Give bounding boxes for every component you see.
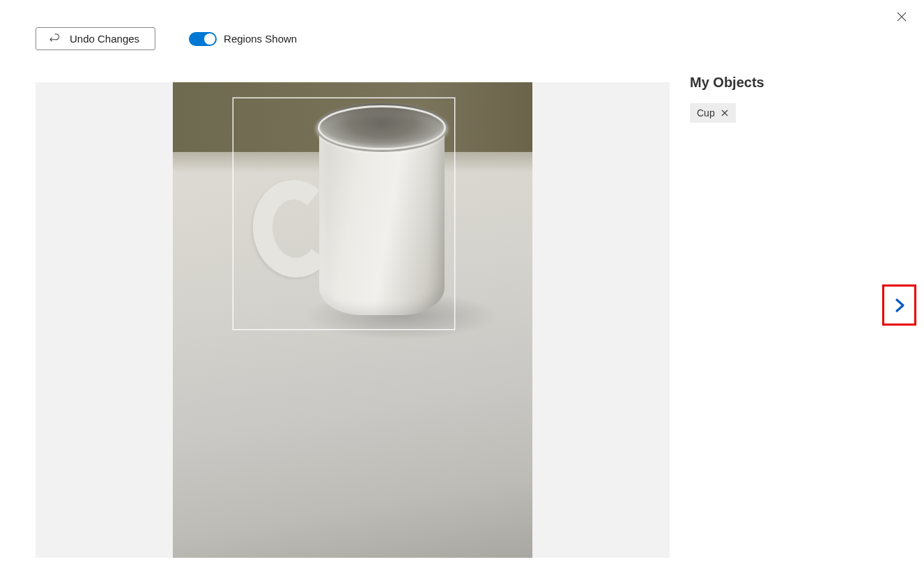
regions-toggle-label: Regions Shown	[224, 33, 297, 45]
sidebar-title: My Objects	[690, 75, 864, 91]
close-icon	[895, 10, 908, 23]
image-canvas[interactable]	[36, 82, 670, 558]
object-tag-cup[interactable]: Cup	[690, 103, 736, 123]
objects-sidebar: My Objects Cup	[690, 75, 864, 123]
undo-changes-button[interactable]: Undo Changes	[36, 27, 155, 50]
next-image-button[interactable]	[882, 284, 916, 326]
toggle-knob	[204, 33, 215, 45]
regions-shown-toggle[interactable]	[189, 32, 217, 46]
undo-icon	[49, 33, 60, 45]
object-tag-label: Cup	[697, 107, 715, 119]
chevron-right-icon	[891, 295, 908, 316]
training-image	[173, 82, 532, 558]
toolbar: Undo Changes Regions Shown	[36, 27, 297, 50]
remove-tag-button[interactable]	[719, 107, 730, 119]
close-icon	[721, 109, 729, 117]
bounding-box-cup[interactable]	[233, 98, 455, 330]
undo-label: Undo Changes	[70, 33, 139, 45]
regions-toggle-wrap: Regions Shown	[189, 32, 297, 46]
close-button[interactable]	[893, 8, 910, 25]
